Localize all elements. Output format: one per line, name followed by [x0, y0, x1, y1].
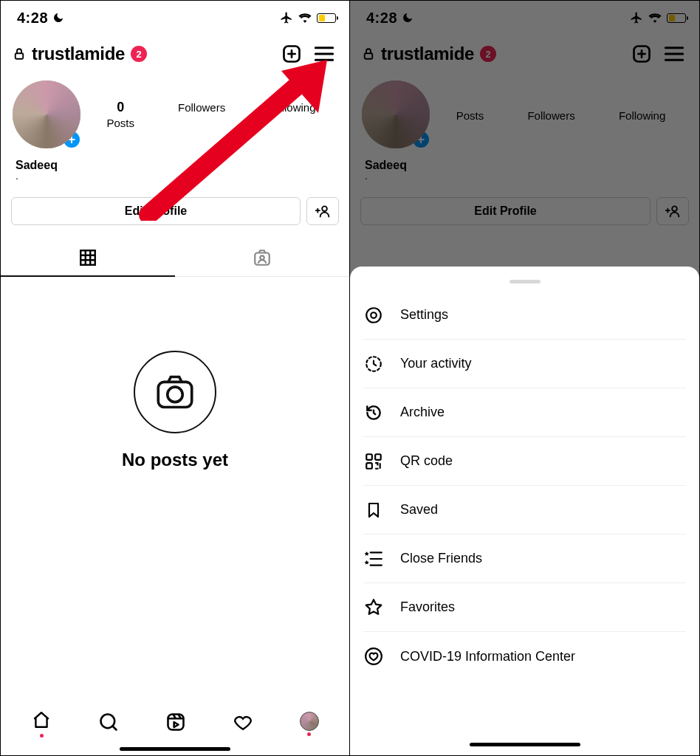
menu-button[interactable]	[661, 41, 687, 67]
plus-square-icon	[631, 44, 652, 64]
bottom-nav	[1, 700, 349, 747]
svg-rect-20	[366, 463, 372, 469]
star-icon	[364, 598, 383, 617]
pane-profile: 4:28 trustlamide 2 +	[1, 1, 350, 755]
menu-list: Settings Your activity Archive QR code S…	[350, 291, 699, 681]
svg-point-7	[168, 387, 182, 402]
nav-profile[interactable]	[300, 712, 319, 736]
stat-posts[interactable]: 0 Posts	[106, 100, 134, 129]
pane-menu-sheet: 4:28 trustlamide 2 +	[350, 1, 699, 755]
stat-following-label: Following	[619, 109, 665, 122]
nav-home[interactable]	[31, 710, 52, 738]
bio-dot: .	[350, 172, 699, 179]
stat-following[interactable]: Following	[269, 100, 315, 129]
search-icon	[98, 712, 119, 732]
add-person-icon	[315, 204, 331, 219]
sheet-handle[interactable]	[509, 280, 541, 284]
add-person-icon	[665, 204, 681, 219]
display-name: Sadeeq	[350, 148, 699, 172]
create-button[interactable]	[628, 41, 655, 67]
nav-search[interactable]	[98, 712, 119, 735]
svg-rect-0	[16, 53, 24, 59]
profile-header: trustlamide 2	[1, 32, 349, 73]
wifi-icon	[298, 13, 312, 23]
create-button[interactable]	[278, 41, 305, 67]
tab-grid[interactable]	[1, 238, 175, 277]
svg-point-21	[366, 648, 382, 664]
home-indicator	[470, 743, 580, 746]
menu-item-label: Settings	[400, 307, 448, 323]
notification-badge[interactable]: 2	[131, 46, 147, 62]
menu-item-favorites[interactable]: Favorites	[363, 583, 686, 632]
nav-profile-avatar	[300, 712, 319, 731]
hamburger-icon	[664, 46, 684, 62]
menu-item-settings[interactable]: Settings	[363, 291, 686, 340]
empty-feed-title: No posts yet	[122, 450, 228, 470]
menu-item-activity[interactable]: Your activity	[363, 340, 686, 388]
airplane-icon	[280, 11, 293, 24]
menu-button[interactable]	[311, 41, 337, 67]
profile-actions-row: Edit Profile	[350, 179, 699, 231]
stat-posts[interactable]: Posts	[456, 108, 484, 122]
battery-icon	[667, 13, 686, 23]
display-name: Sadeeq	[1, 148, 349, 172]
edit-profile-button[interactable]: Edit Profile	[360, 197, 651, 225]
airplane-icon	[630, 11, 643, 24]
grid-icon	[78, 248, 97, 267]
stat-followers[interactable]: Followers	[178, 100, 225, 129]
plus-square-icon	[281, 44, 302, 64]
menu-item-label: Archive	[400, 405, 445, 420]
tagged-icon	[253, 248, 272, 267]
stat-posts-label: Posts	[106, 117, 134, 129]
edit-profile-button[interactable]: Edit Profile	[11, 197, 301, 225]
nav-activity[interactable]	[233, 712, 253, 735]
profile-actions-row: Edit Profile	[1, 179, 349, 231]
stat-following[interactable]: Following	[619, 108, 665, 122]
stat-following-label: Following	[269, 101, 315, 114]
menu-item-close-friends[interactable]: Close Friends	[363, 535, 686, 583]
username[interactable]: trustlamide	[381, 44, 474, 64]
tab-tagged[interactable]	[175, 238, 349, 277]
stat-followers[interactable]: Followers	[527, 108, 574, 122]
username[interactable]: trustlamide	[32, 44, 125, 64]
menu-item-label: QR code	[400, 453, 453, 469]
menu-item-saved[interactable]: Saved	[363, 486, 686, 535]
camera-icon	[154, 374, 196, 410]
profile-header: trustlamide 2	[350, 32, 699, 73]
status-bar: 4:28	[1, 1, 349, 32]
svg-rect-3	[80, 250, 95, 265]
qrcode-icon	[364, 452, 383, 471]
discover-people-button[interactable]	[306, 197, 339, 225]
menu-item-covid[interactable]: COVID-19 Information Center	[363, 632, 686, 681]
avatar[interactable]: +	[362, 80, 430, 148]
menu-item-archive[interactable]: Archive	[363, 388, 686, 437]
menu-item-label: COVID-19 Information Center	[400, 649, 575, 664]
discover-people-button[interactable]	[656, 197, 689, 225]
avatar[interactable]: +	[13, 80, 80, 148]
hamburger-icon	[314, 46, 334, 62]
gear-icon	[364, 306, 383, 325]
notification-badge[interactable]: 2	[480, 46, 496, 62]
menu-item-label: Saved	[400, 502, 438, 518]
heart-icon	[233, 712, 253, 732]
nav-reels[interactable]	[165, 712, 186, 735]
reels-icon	[165, 712, 186, 732]
profile-stats-row: + Posts Followers Following	[350, 73, 699, 148]
stat-followers-label: Followers	[178, 101, 225, 114]
svg-point-5	[260, 255, 264, 259]
lock-icon	[362, 47, 375, 61]
svg-rect-12	[365, 53, 373, 59]
status-time: 4:28	[17, 10, 48, 27]
battery-icon	[317, 13, 336, 23]
add-story-icon[interactable]: +	[61, 129, 82, 150]
stat-posts-count: 0	[106, 100, 134, 115]
moon-icon	[402, 12, 414, 24]
bio-dot: .	[1, 172, 349, 179]
stat-posts-label: Posts	[456, 109, 484, 122]
feed-tabs	[1, 238, 349, 277]
svg-point-16	[371, 312, 377, 318]
archive-clock-icon	[364, 403, 383, 422]
menu-item-qrcode[interactable]: QR code	[363, 437, 686, 486]
add-story-icon[interactable]: +	[411, 129, 431, 150]
activity-clock-icon	[364, 354, 383, 374]
